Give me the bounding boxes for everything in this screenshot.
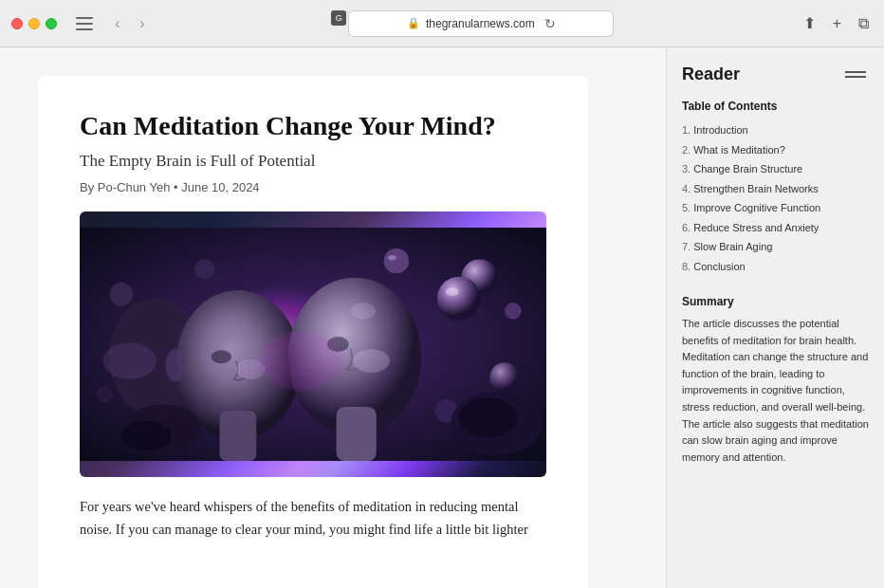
windows-button[interactable]: ⧉ [855,13,873,34]
svg-point-6 [97,386,114,403]
toc-label-1: Introduction [693,124,747,136]
toc-item-8[interactable]: 8. Conclusion [682,257,869,277]
address-bar[interactable]: 🔒 thegranularnews.com ↻ [348,10,614,37]
svg-point-26 [194,259,214,279]
article-title: Can Meditation Change Your Mind? [80,110,546,142]
toc-heading: Table of Contents [682,100,869,113]
svg-point-22 [437,276,481,320]
toolbar-actions: ⬆ + ⧉ [800,12,873,34]
close-button[interactable] [11,18,23,29]
toc-num-6: 6. [682,222,693,233]
traffic-lights [11,18,57,29]
browser-chrome: ‹ › G 🔒 thegranularnews.com ↻ ⬆ + ⧉ [0,0,884,47]
svg-point-23 [446,287,459,296]
toc-num-5: 5. [682,202,693,213]
reader-options-button[interactable] [842,65,869,84]
reader-panel-title: Reader [682,64,740,84]
svg-point-17 [353,349,390,373]
article-subtitle: The Empty Brain is Full of Potential [80,152,546,171]
toc-num-8: 8. [682,261,693,272]
back-button[interactable]: ‹ [106,12,129,35]
toc-list: 1. Introduction 2. What is Meditation? 3… [682,120,869,276]
tab-favicon: G [331,10,346,26]
sidebar-toggle-button[interactable] [76,17,93,30]
toc-label-8: Conclusion [693,261,745,272]
toc-item-1[interactable]: 1. Introduction [682,120,869,140]
main-area: Can Meditation Change Your Mind? The Emp… [0,47,884,588]
svg-point-13 [165,348,185,381]
toc-item-4[interactable]: 4. Strengthen Brain Networks [682,179,869,199]
reader-panel-header: Reader [682,64,869,84]
toc-label-3: Change Brain Structure [693,163,802,175]
article-byline: By Po-Chun Yeh • June 10, 2024 [80,180,546,194]
toc-item-7[interactable]: 7. Slow Brain Aging [682,237,869,257]
article-hero-image [80,211,546,477]
summary-text: The article discusses the potential bene… [682,316,869,466]
toc-label-6: Reduce Stress and Anxiety [693,222,819,233]
svg-point-11 [212,350,231,363]
toc-label-7: Slow Brain Aging [693,241,772,252]
address-bar-container: G 🔒 thegranularnews.com ↻ [161,10,784,37]
toc-label-4: Strengthen Brain Networks [693,183,818,194]
url-text: thegranularnews.com [426,17,535,30]
share-button[interactable]: ⬆ [800,12,820,34]
svg-point-25 [388,255,396,260]
svg-point-18 [351,303,376,320]
new-tab-button[interactable]: + [829,13,845,34]
fullscreen-button[interactable] [46,18,57,29]
svg-point-5 [489,362,520,393]
toc-num-3: 3. [682,163,693,175]
svg-point-29 [103,342,157,379]
summary-heading: Summary [682,295,869,308]
svg-point-4 [110,283,134,306]
toc-num-4: 4. [682,183,693,194]
svg-point-24 [384,248,409,273]
toc-num-7: 7. [682,241,693,252]
svg-point-28 [459,397,518,437]
article-area: Can Meditation Change Your Mind? The Emp… [0,47,666,588]
reader-panel: Reader Table of Contents 1. Introduction… [666,47,884,588]
svg-point-19 [259,331,342,390]
toc-item-6[interactable]: 6. Reduce Stress and Anxiety [682,218,869,238]
toc-num-2: 2. [682,144,693,156]
article-body: For years we've heard whispers of the be… [80,496,546,542]
lock-icon: 🔒 [407,17,420,29]
minimize-button[interactable] [28,18,40,29]
toc-item-5[interactable]: 5. Improve Cognitive Function [682,198,869,218]
svg-rect-15 [337,406,377,460]
toc-num-1: 1. [682,124,693,136]
svg-point-7 [505,303,522,320]
toc-item-3[interactable]: 3. Change Brain Structure [682,159,869,179]
nav-controls: ‹ › [106,12,154,35]
forward-button[interactable]: › [131,12,154,35]
svg-rect-10 [220,411,257,461]
refresh-button[interactable]: ↻ [544,16,556,31]
toc-item-2[interactable]: 2. What is Meditation? [682,140,869,160]
toc-label-5: Improve Cognitive Function [693,202,820,213]
article-content: Can Meditation Change Your Mind? The Emp… [38,76,588,588]
svg-point-21 [121,420,172,450]
toc-label-2: What is Meditation? [693,144,785,156]
